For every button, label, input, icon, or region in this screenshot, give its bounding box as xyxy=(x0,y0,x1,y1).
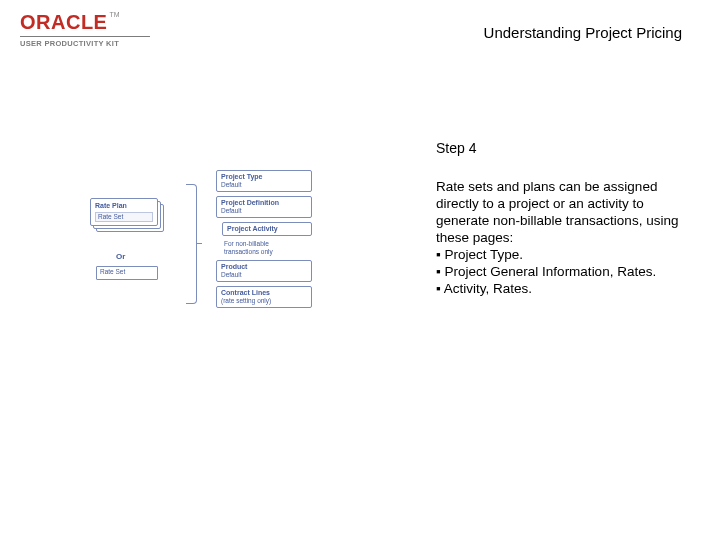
stack-title: Rate Plan xyxy=(95,201,153,210)
rate-set-card: Rate Set xyxy=(96,266,158,280)
stack-row: Rate Set xyxy=(95,212,153,222)
node-sub: (rate setting only) xyxy=(221,297,307,305)
body-text: Rate sets and plans can be assigned dire… xyxy=(436,178,686,297)
node-product: Product Default xyxy=(216,260,312,282)
step-label: Step 4 xyxy=(436,140,476,156)
bracket-icon xyxy=(180,184,202,304)
node-project-type: Project Type Default xyxy=(216,170,312,192)
bullet-line-2: ▪ Activity, Rates. xyxy=(436,280,686,297)
node-contract-lines: Contract Lines (rate setting only) xyxy=(216,286,312,308)
brand-name: ORACLE xyxy=(20,11,107,33)
bullet-line-1: ▪ Project General Information, Rates. xyxy=(436,263,686,280)
note-line: For non-billable xyxy=(224,240,316,248)
intro-paragraph: Rate sets and plans can be assigned dire… xyxy=(436,178,686,246)
stack-card-front: Rate Plan Rate Set xyxy=(90,198,158,226)
trademark: TM xyxy=(109,11,119,18)
node-title: Project Type xyxy=(221,173,307,181)
node-title: Project Definition xyxy=(221,199,307,207)
note: For non-billable transactions only xyxy=(224,240,316,256)
page-title: Understanding Project Pricing xyxy=(484,24,682,41)
node-project-activity: Project Activity xyxy=(222,222,312,236)
diagram: Rate Plan Rate Set Or Rate Set Project T… xyxy=(90,170,330,320)
brand-subtitle: USER PRODUCTIVITY KIT xyxy=(20,39,150,48)
node-sub: Default xyxy=(221,207,307,215)
brand-logo: ORACLETM USER PRODUCTIVITY KIT xyxy=(20,12,150,48)
note-line: transactions only xyxy=(224,248,316,256)
node-sub: Default xyxy=(221,181,307,189)
bullet-line-0: ▪ Project Type. xyxy=(436,246,686,263)
or-label: Or xyxy=(116,252,125,261)
rate-plan-stack: Rate Plan Rate Set xyxy=(90,198,168,234)
node-project-definition: Project Definition Default xyxy=(216,196,312,218)
node-title: Product xyxy=(221,263,307,271)
node-title: Project Activity xyxy=(227,225,307,233)
node-sub: Default xyxy=(221,271,307,279)
brand-divider xyxy=(20,36,150,37)
node-title: Contract Lines xyxy=(221,289,307,297)
right-column: Project Type Default Project Definition … xyxy=(216,170,316,312)
